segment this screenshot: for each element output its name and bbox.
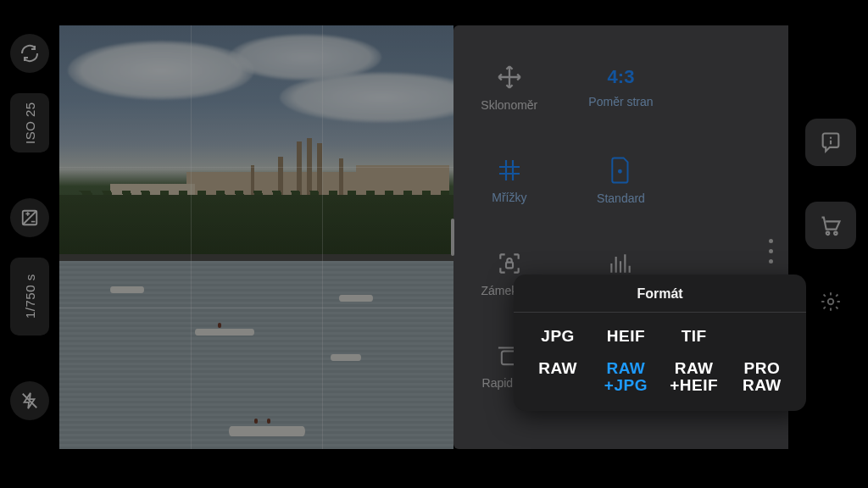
modal-dim-overlay[interactable] (0, 0, 868, 488)
format-options: JPGHEIFTIFRAWRAW +JPGRAW +HEIFPRO RAW (514, 313, 806, 411)
format-option[interactable]: RAW +JPG (592, 360, 659, 394)
format-popover: Formát JPGHEIFTIFRAWRAW +JPGRAW +HEIFPRO… (514, 274, 806, 411)
camera-app: Sklonoměr 4:3 Poměr stran Mřížky Standar… (0, 0, 868, 488)
format-option[interactable]: RAW +HEIF (660, 360, 728, 394)
popover-title: Formát (514, 274, 806, 313)
format-option[interactable]: JPG (524, 328, 592, 345)
format-option[interactable]: PRO RAW (728, 360, 796, 394)
format-option[interactable]: HEIF (592, 328, 659, 345)
format-option[interactable]: TIF (660, 328, 728, 345)
format-option[interactable]: RAW (524, 360, 592, 394)
